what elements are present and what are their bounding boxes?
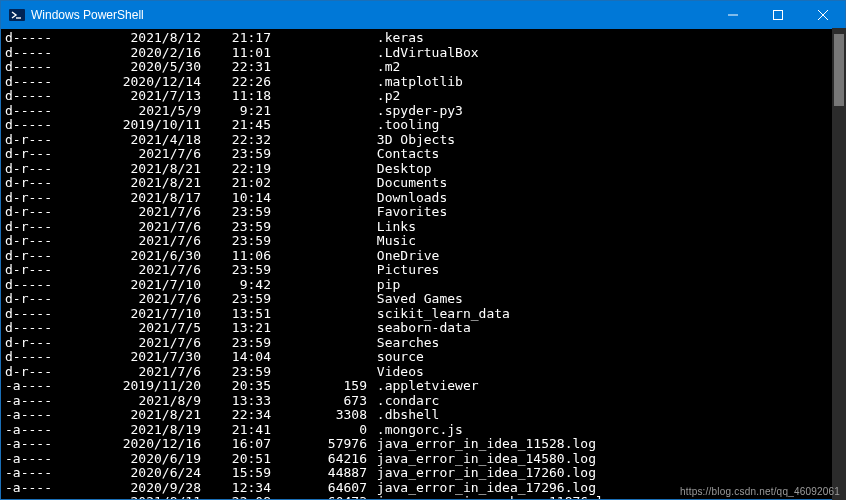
col-name: .LdVirtualBox [367, 46, 479, 61]
col-date: 2021/7/6 [91, 234, 201, 249]
col-mode: d----- [5, 321, 91, 336]
col-name: .condarc [367, 394, 439, 409]
col-name: .keras [367, 31, 424, 46]
listing-row: d-r---2021/8/2122:19 Desktop [5, 162, 845, 177]
listing-row: d-----2021/5/99:21 .spyder-py3 [5, 104, 845, 119]
close-button[interactable] [800, 1, 845, 29]
listing-row: d-----2020/2/1611:01 .LdVirtualBox [5, 46, 845, 61]
maximize-button[interactable] [755, 1, 800, 29]
col-date: 2020/12/14 [91, 75, 201, 90]
col-time: 10:14 [201, 191, 271, 206]
listing-row: d-r---2021/7/623:59 Contacts [5, 147, 845, 162]
col-name: java_error_in_idea_17296.log [367, 481, 596, 496]
col-time: 9:42 [201, 278, 271, 293]
col-name: java_error_in_idea_17260.log [367, 466, 596, 481]
col-name: Documents [367, 176, 447, 191]
col-name: java_error_in_idea_14580.log [367, 452, 596, 467]
listing-row: -a----2021/8/2122:343308 .dbshell [5, 408, 845, 423]
col-time: 23:59 [201, 336, 271, 351]
col-time: 20:51 [201, 452, 271, 467]
col-size: 64607 [271, 481, 367, 496]
col-time: 22:19 [201, 162, 271, 177]
col-time: 15:59 [201, 466, 271, 481]
col-date: 2021/4/18 [91, 133, 201, 148]
col-size: 159 [271, 379, 367, 394]
col-date: 2021/8/11 [91, 495, 201, 499]
col-date: 2019/10/11 [91, 118, 201, 133]
col-time: 9:21 [201, 104, 271, 119]
col-date: 2020/12/16 [91, 437, 201, 452]
listing-row: d-r---2021/7/623:59 Favorites [5, 205, 845, 220]
col-mode: d-r--- [5, 263, 91, 278]
listing-row: -a----2020/6/1920:5164216 java_error_in_… [5, 452, 845, 467]
col-mode: d-r--- [5, 191, 91, 206]
col-mode: d-r--- [5, 234, 91, 249]
col-name: .appletviewer [367, 379, 479, 394]
col-date: 2021/7/30 [91, 350, 201, 365]
listing-row: d-r---2021/7/623:59 Searches [5, 336, 845, 351]
terminal-output[interactable]: d-----2021/8/1221:17 .kerasd-----2020/2/… [1, 29, 845, 499]
col-mode: d-r--- [5, 249, 91, 264]
col-name: java_error_in_idea_11528.log [367, 437, 596, 452]
col-date: 2020/2/16 [91, 46, 201, 61]
col-time: 22:08 [201, 495, 271, 499]
scrollbar-thumb[interactable] [834, 34, 844, 106]
col-date: 2021/5/9 [91, 104, 201, 119]
col-name: scikit_learn_data [367, 307, 510, 322]
listing-row: -a----2019/11/2020:35159 .appletviewer [5, 379, 845, 394]
col-date: 2021/7/10 [91, 307, 201, 322]
col-mode: d-r--- [5, 220, 91, 235]
col-mode: -a---- [5, 423, 91, 438]
col-name: .spyder-py3 [367, 104, 463, 119]
col-mode: d-r--- [5, 205, 91, 220]
col-time: 22:31 [201, 60, 271, 75]
col-time: 13:21 [201, 321, 271, 336]
titlebar[interactable]: Windows PowerShell [1, 1, 845, 29]
col-mode: d-r--- [5, 292, 91, 307]
col-date: 2021/8/21 [91, 176, 201, 191]
col-name: 3D Objects [367, 133, 455, 148]
col-mode: d-r--- [5, 176, 91, 191]
col-mode: -a---- [5, 452, 91, 467]
listing-row: d-----2021/7/3014:04 source [5, 350, 845, 365]
listing-row: d-----2020/5/3022:31 .m2 [5, 60, 845, 75]
col-date: 2021/7/13 [91, 89, 201, 104]
listing-row: d-----2021/7/1013:51 scikit_learn_data [5, 307, 845, 322]
col-date: 2021/8/21 [91, 408, 201, 423]
scrollbar[interactable] [832, 28, 846, 500]
col-time: 23:59 [201, 292, 271, 307]
listing-row: -a----2021/8/913:33673 .condarc [5, 394, 845, 409]
minimize-button[interactable] [710, 1, 755, 29]
col-name: Pictures [367, 263, 439, 278]
col-name: pip [367, 278, 400, 293]
col-size: 0 [271, 423, 367, 438]
col-time: 13:33 [201, 394, 271, 409]
col-date: 2021/7/10 [91, 278, 201, 293]
col-time: 21:02 [201, 176, 271, 191]
watermark: https://blog.csdn.net/qq_46092061 [680, 486, 840, 497]
col-mode: -a---- [5, 495, 91, 499]
listing-row: d-r---2021/7/623:59 Videos [5, 365, 845, 380]
listing-row: d-r---2021/7/623:59 Music [5, 234, 845, 249]
col-date: 2020/6/19 [91, 452, 201, 467]
col-size: 60473 [271, 495, 367, 499]
col-mode: d----- [5, 46, 91, 61]
listing-row: d-----2021/7/1311:18 .p2 [5, 89, 845, 104]
col-name: Videos [367, 365, 424, 380]
col-date: 2021/6/30 [91, 249, 201, 264]
window-title: Windows PowerShell [31, 8, 710, 22]
col-name: .p2 [367, 89, 400, 104]
col-size: 64216 [271, 452, 367, 467]
col-date: 2021/7/6 [91, 205, 201, 220]
col-mode: -a---- [5, 466, 91, 481]
col-time: 22:34 [201, 408, 271, 423]
col-name: .tooling [367, 118, 439, 133]
col-name: .dbshell [367, 408, 439, 423]
col-mode: d----- [5, 60, 91, 75]
listing-row: d-r---2021/7/623:59 Links [5, 220, 845, 235]
col-name: Searches [367, 336, 439, 351]
svg-rect-3 [773, 11, 782, 20]
col-name: Desktop [367, 162, 432, 177]
col-date: 2021/8/12 [91, 31, 201, 46]
col-date: 2021/7/6 [91, 365, 201, 380]
